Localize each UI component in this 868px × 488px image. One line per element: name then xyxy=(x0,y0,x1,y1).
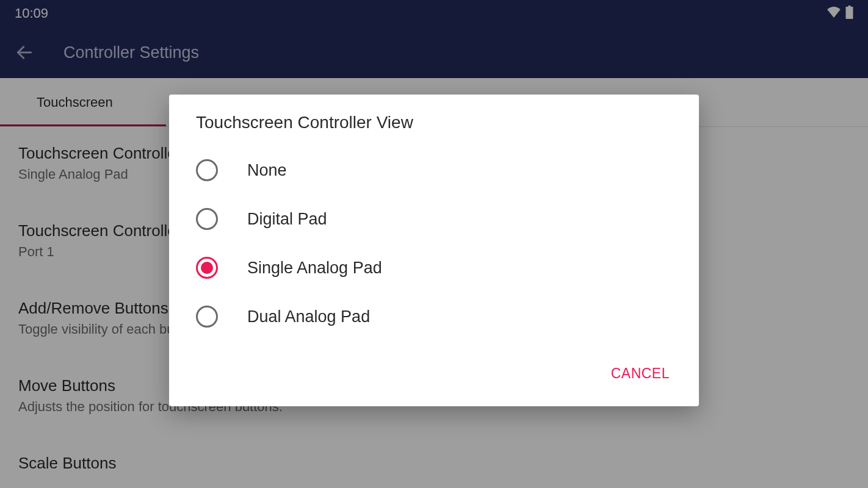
radio-icon xyxy=(196,208,218,230)
radio-label: Digital Pad xyxy=(247,210,327,229)
radio-label: Dual Analog Pad xyxy=(247,307,370,326)
dialog-actions: CANCEL xyxy=(169,346,699,394)
radio-icon xyxy=(196,159,218,181)
radio-icon-selected xyxy=(196,257,218,279)
dialog-controller-view: Touchscreen Controller View None Digital… xyxy=(169,95,699,406)
radio-option-digital-pad[interactable]: Digital Pad xyxy=(169,195,699,243)
radio-icon xyxy=(196,306,218,328)
radio-option-single-analog-pad[interactable]: Single Analog Pad xyxy=(169,243,699,292)
radio-list: None Digital Pad Single Analog Pad Dual … xyxy=(169,141,699,346)
dialog-title: Touchscreen Controller View xyxy=(169,113,699,141)
cancel-button[interactable]: CANCEL xyxy=(609,361,672,387)
radio-label: None xyxy=(247,161,287,180)
radio-label: Single Analog Pad xyxy=(247,259,382,278)
radio-option-none[interactable]: None xyxy=(169,146,699,195)
radio-option-dual-analog-pad[interactable]: Dual Analog Pad xyxy=(169,292,699,341)
radio-inner-dot xyxy=(201,262,213,274)
